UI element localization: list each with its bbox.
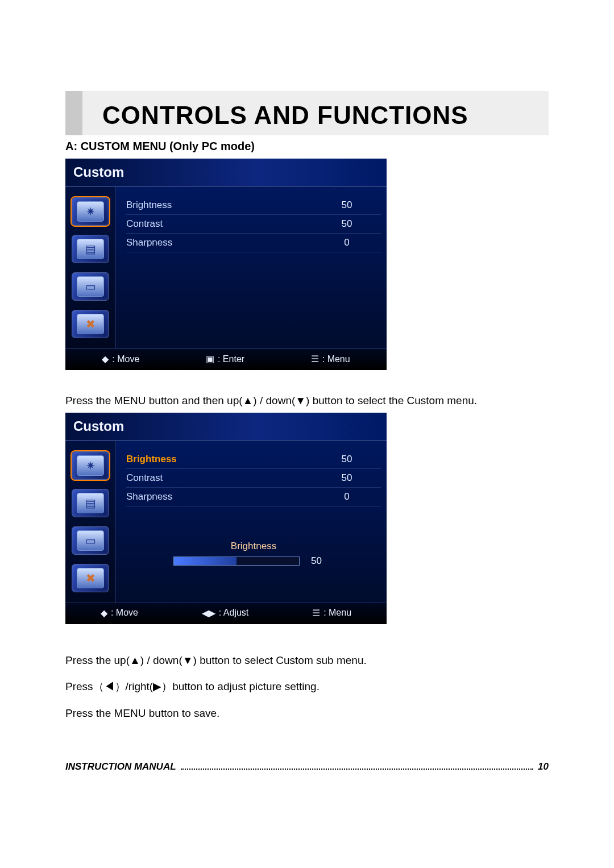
- osd-row-value: 0: [313, 491, 381, 502]
- enter-icon: ▣: [206, 354, 214, 364]
- osd-tab-custom-icon[interactable]: ✷: [72, 451, 109, 480]
- osd-title: Custom: [65, 413, 387, 441]
- instruction-text: Press（◀）/right(▶）button to adjust pictur…: [65, 679, 549, 695]
- osd-row[interactable]: Contrast 50: [126, 215, 381, 234]
- osd-row-value: 0: [313, 237, 381, 248]
- updown-icon: ◆: [101, 608, 107, 618]
- hint-move: ◆: Move: [102, 354, 139, 364]
- osd-tab-setup-icon[interactable]: ✖: [72, 564, 109, 592]
- osd-adjust-block: Brightness 50: [126, 541, 381, 567]
- osd-row-value: 50: [313, 200, 381, 211]
- osd-rows: Brightness 50 Contrast 50 Sharpness 0 Br…: [116, 441, 387, 603]
- updown-icon: ◆: [102, 354, 109, 364]
- hint-enter: ▣: Enter: [206, 354, 244, 364]
- slider-track: [173, 556, 300, 566]
- osd-screenshot-1: Custom ✷ ▤ ▭ ✖ Brightness 50 Contrast 50…: [65, 159, 387, 370]
- osd-screenshot-2: Custom ✷ ▤ ▭ ✖ Brightness 50 Contrast 50…: [65, 413, 387, 624]
- hint-move: ◆: Move: [101, 608, 138, 618]
- osd-row-label: Contrast: [126, 218, 313, 230]
- footer-dots: [181, 769, 534, 770]
- instruction-text: Press the MENU button to save.: [65, 705, 549, 722]
- osd-side-icons: ✷ ▤ ▭ ✖: [65, 187, 116, 348]
- page-footer: INSTRUCTION MANUAL 10: [65, 761, 549, 773]
- osd-row-label: Contrast: [126, 472, 313, 484]
- osd-row-label: Brightness: [126, 200, 313, 211]
- osd-tab-picture-icon[interactable]: ▤: [72, 235, 109, 263]
- slider-fill: [174, 557, 237, 565]
- osd-row-value: 50: [313, 218, 381, 230]
- osd-row[interactable]: Brightness 50: [126, 196, 381, 215]
- hint-menu: ☰: Menu: [311, 354, 350, 364]
- page-number: 10: [538, 761, 549, 773]
- osd-row[interactable]: Brightness 50: [126, 450, 381, 469]
- osd-row[interactable]: Sharpness 0: [126, 488, 381, 506]
- osd-title: Custom: [65, 159, 387, 187]
- menu-icon: ☰: [312, 608, 320, 618]
- osd-row-label: Sharpness: [126, 237, 313, 248]
- osd-rows: Brightness 50 Contrast 50 Sharpness 0: [116, 187, 387, 348]
- osd-tab-picture-icon[interactable]: ▤: [72, 489, 109, 517]
- osd-tab-custom-icon[interactable]: ✷: [72, 197, 109, 226]
- osd-body: ✷ ▤ ▭ ✖ Brightness 50 Contrast 50 Sharpn…: [65, 441, 387, 603]
- osd-tab-display-icon[interactable]: ▭: [72, 526, 109, 555]
- section-heading: A: CUSTOM MENU (Only PC mode): [65, 140, 549, 153]
- osd-row[interactable]: Sharpness 0: [126, 234, 381, 252]
- osd-tab-display-icon[interactable]: ▭: [72, 272, 109, 301]
- leftright-icon: ◀▶: [202, 608, 215, 618]
- instruction-text: Press the up(▲) / down(▼) button to sele…: [65, 653, 549, 669]
- osd-slider[interactable]: 50: [126, 555, 381, 567]
- osd-row-value: 50: [313, 454, 381, 465]
- menu-icon: ☰: [311, 354, 319, 364]
- instruction-text: Press the MENU button and then up(▲) / d…: [65, 393, 549, 409]
- osd-row[interactable]: Contrast 50: [126, 469, 381, 488]
- osd-row-value: 50: [313, 472, 381, 484]
- osd-adjust-label: Brightness: [126, 541, 381, 552]
- slider-value: 50: [311, 555, 334, 567]
- footer-label: INSTRUCTION MANUAL: [65, 761, 176, 773]
- page-title: CONTROLS AND FUNCTIONS: [102, 101, 549, 130]
- osd-body: ✷ ▤ ▭ ✖ Brightness 50 Contrast 50 Sharpn…: [65, 187, 387, 348]
- hint-adjust: ◀▶: Adjust: [202, 608, 248, 618]
- osd-footer: ◆: Move ▣: Enter ☰: Menu: [65, 348, 387, 370]
- osd-side-icons: ✷ ▤ ▭ ✖: [65, 441, 116, 603]
- osd-footer: ◆: Move ◀▶: Adjust ☰: Menu: [65, 603, 387, 624]
- hint-menu: ☰: Menu: [312, 608, 351, 618]
- title-band: CONTROLS AND FUNCTIONS: [65, 91, 549, 135]
- osd-row-label: Sharpness: [126, 491, 313, 502]
- manual-page: CONTROLS AND FUNCTIONS A: CUSTOM MENU (O…: [0, 0, 614, 807]
- osd-tab-setup-icon[interactable]: ✖: [72, 310, 109, 338]
- osd-row-label: Brightness: [126, 454, 313, 465]
